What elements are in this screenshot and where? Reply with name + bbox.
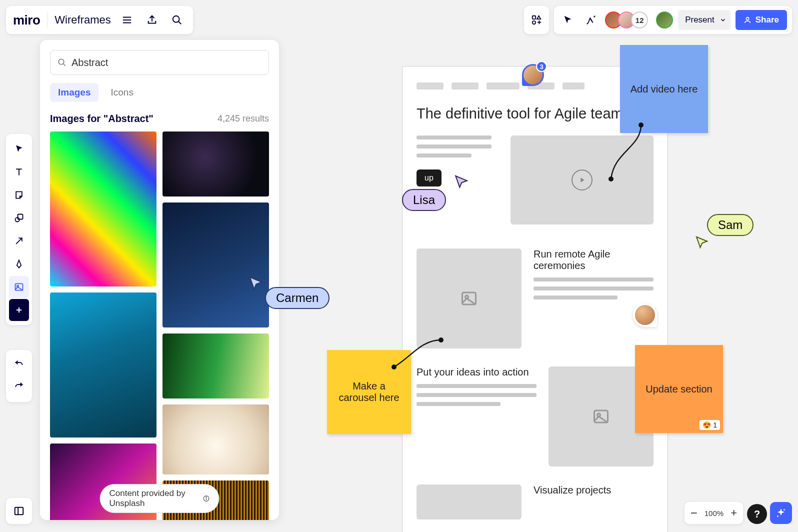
cursor-pointer-icon: [247, 275, 264, 292]
card-title: Run remote Agile ceremonies: [534, 248, 654, 272]
video-placeholder[interactable]: [510, 136, 654, 224]
wireframe-frame[interactable]: The definitive tool for Agile teams up R…: [402, 66, 668, 532]
pen-tool[interactable]: [9, 253, 29, 275]
zoom-in-button[interactable]: +: [730, 506, 737, 520]
sticky-note-blue[interactable]: Add video here: [620, 45, 708, 133]
results-title: Images for "Abstract": [50, 113, 154, 124]
credit-text: Content provided by Unsplash: [110, 488, 199, 508]
present-label: Present: [685, 15, 714, 25]
reaction-count: 1: [713, 421, 717, 429]
sticky-note-orange[interactable]: Update section 😍 1: [635, 345, 723, 433]
comment-thread[interactable]: 3: [522, 64, 544, 86]
board-name[interactable]: Wireframes: [54, 14, 110, 26]
wireframe-headline: The definitive tool for Agile teams: [416, 104, 654, 124]
cursor-pointer-icon: [694, 235, 709, 250]
search-input[interactable]: [72, 57, 262, 68]
person-icon: [744, 16, 752, 24]
search-icon: [58, 58, 66, 67]
image-tool[interactable]: [9, 276, 29, 298]
reaction-emoji: 😍: [702, 421, 711, 429]
image-result[interactable]: [162, 202, 269, 328]
image-results: [50, 132, 269, 520]
menu-icon[interactable]: [118, 11, 136, 29]
unsplash-credit[interactable]: Content provided by Unsplash: [100, 484, 220, 513]
image-search-panel: Images Icons Images for "Abstract" 4,245…: [40, 40, 279, 520]
reactions-icon[interactable]: [582, 11, 600, 29]
image-result[interactable]: [50, 132, 156, 286]
sparkle-icon: [776, 508, 786, 518]
apps-button[interactable]: [524, 6, 549, 34]
sticky-note-yellow[interactable]: Make a carousel here: [327, 350, 411, 434]
share-label: Share: [756, 15, 779, 25]
left-toolbar: [6, 134, 32, 325]
image-result[interactable]: [50, 292, 156, 438]
svg-point-7: [532, 21, 536, 24]
arrow-tool[interactable]: [9, 230, 29, 252]
svg-line-15: [16, 238, 22, 244]
svg-rect-20: [15, 508, 24, 515]
play-icon: [572, 170, 592, 190]
comment-avatar[interactable]: [633, 303, 657, 327]
export-icon[interactable]: [143, 11, 161, 29]
ai-assist-button[interactable]: [770, 502, 792, 524]
more-tools[interactable]: [9, 299, 29, 321]
tab-images[interactable]: Images: [50, 83, 98, 102]
search-input-wrapper[interactable]: [50, 50, 269, 75]
image-placeholder[interactable]: [416, 484, 522, 520]
chevron-down-icon: [720, 16, 726, 24]
svg-point-22: [58, 59, 64, 64]
image-result[interactable]: [162, 132, 269, 196]
present-button[interactable]: Present: [678, 10, 730, 30]
svg-point-37: [777, 516, 778, 517]
help-button[interactable]: ?: [747, 504, 767, 524]
redo-button[interactable]: [9, 376, 29, 398]
cursor-pointer-icon: [453, 174, 469, 190]
image-result[interactable]: [162, 334, 269, 398]
image-result[interactable]: [162, 404, 269, 474]
cursor-label-lisa: Lisa: [402, 189, 446, 211]
divider: [47, 12, 48, 28]
miro-logo[interactable]: miro: [13, 12, 40, 28]
select-tool[interactable]: [9, 138, 29, 160]
tab-icons[interactable]: Icons: [102, 83, 141, 102]
svg-line-4: [178, 22, 182, 24]
sticky-text: Make a carousel here: [333, 380, 405, 404]
sticky-text: Add video here: [630, 84, 698, 95]
svg-point-26: [206, 496, 206, 497]
collaborator-avatars[interactable]: 12: [605, 12, 648, 28]
undo-redo-group: [6, 350, 32, 402]
reaction-badge[interactable]: 😍 1: [700, 420, 720, 430]
cursor-mode-icon[interactable]: [559, 11, 577, 29]
svg-line-23: [63, 64, 66, 66]
sticky-note-tool[interactable]: [9, 184, 29, 206]
svg-marker-27: [580, 178, 584, 182]
results-count: 4,245 results: [218, 114, 269, 124]
svg-point-36: [784, 509, 785, 510]
text-tool[interactable]: [9, 161, 29, 183]
topbar-right: 12 Present Share: [524, 6, 792, 34]
zoom-controls: − 100% +: [684, 502, 743, 524]
frames-panel-button[interactable]: [6, 498, 32, 524]
current-user-avatar[interactable]: [656, 12, 673, 28]
comment-count: 3: [536, 61, 547, 72]
zoom-out-button[interactable]: −: [690, 506, 698, 520]
zoom-level[interactable]: 100%: [704, 509, 724, 518]
avatar-overflow-count[interactable]: 12: [631, 12, 648, 28]
cursor-label-carmen: Carmen: [265, 287, 330, 309]
image-placeholder[interactable]: [416, 248, 522, 348]
share-button[interactable]: Share: [736, 10, 787, 30]
undo-button[interactable]: [9, 354, 29, 376]
cursor-label-sam: Sam: [707, 214, 754, 236]
topbar-left: miro Wireframes: [6, 6, 193, 34]
svg-point-3: [173, 16, 180, 22]
info-icon: [202, 494, 210, 503]
search-icon[interactable]: [168, 11, 186, 29]
panel-tabs: Images Icons: [50, 83, 269, 102]
shape-tool[interactable]: [9, 207, 29, 229]
results-header: Images for "Abstract" 4,245 results: [50, 113, 269, 124]
card-title: Visualize projects: [534, 484, 654, 496]
signup-button[interactable]: up: [416, 170, 442, 186]
card-title: Put your ideas into action: [416, 366, 536, 378]
svg-marker-6: [537, 16, 540, 19]
sticky-text: Update section: [646, 384, 712, 395]
